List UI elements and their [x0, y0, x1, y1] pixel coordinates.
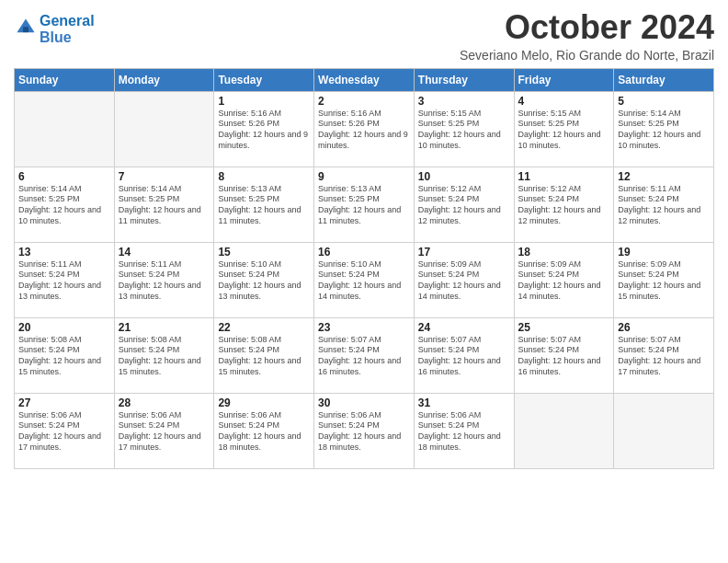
calendar-header-row: Sunday Monday Tuesday Wednesday Thursday… [15, 68, 714, 91]
logo-line2: Blue [40, 29, 95, 46]
day-number: 27 [18, 396, 110, 409]
day-info: Sunrise: 5:06 AM Sunset: 5:24 PM Dayligh… [218, 410, 310, 454]
day-number: 8 [218, 170, 310, 183]
day-number: 26 [618, 321, 710, 334]
table-row: 29Sunrise: 5:06 AM Sunset: 5:24 PM Dayli… [214, 393, 314, 468]
day-number: 29 [218, 396, 310, 409]
table-row: 10Sunrise: 5:12 AM Sunset: 5:24 PM Dayli… [414, 167, 514, 242]
table-row: 12Sunrise: 5:11 AM Sunset: 5:24 PM Dayli… [614, 167, 714, 242]
table-row: 23Sunrise: 5:07 AM Sunset: 5:24 PM Dayli… [314, 317, 415, 393]
table-row: 26Sunrise: 5:07 AM Sunset: 5:24 PM Dayli… [614, 317, 714, 393]
day-info: Sunrise: 5:16 AM Sunset: 5:26 PM Dayligh… [318, 109, 410, 152]
table-row [114, 91, 214, 167]
col-saturday: Saturday [614, 68, 714, 91]
day-info: Sunrise: 5:14 AM Sunset: 5:25 PM Dayligh… [119, 184, 210, 227]
table-row: 7Sunrise: 5:14 AM Sunset: 5:25 PM Daylig… [114, 167, 214, 242]
col-thursday: Thursday [414, 68, 514, 91]
day-info: Sunrise: 5:08 AM Sunset: 5:24 PM Dayligh… [119, 335, 210, 378]
table-row: 9Sunrise: 5:13 AM Sunset: 5:25 PM Daylig… [314, 167, 415, 242]
day-info: Sunrise: 5:12 AM Sunset: 5:24 PM Dayligh… [418, 184, 510, 227]
svg-rect-1 [23, 27, 28, 32]
table-row [514, 393, 614, 468]
day-number: 5 [618, 95, 710, 108]
col-sunday: Sunday [15, 68, 115, 91]
table-row: 4Sunrise: 5:15 AM Sunset: 5:25 PM Daylig… [514, 91, 614, 167]
col-monday: Monday [114, 68, 214, 91]
day-info: Sunrise: 5:09 AM Sunset: 5:24 PM Dayligh… [518, 259, 610, 303]
day-info: Sunrise: 5:16 AM Sunset: 5:26 PM Dayligh… [218, 109, 310, 152]
table-row: 11Sunrise: 5:12 AM Sunset: 5:24 PM Dayli… [514, 167, 614, 242]
day-number: 16 [318, 246, 410, 259]
day-info: Sunrise: 5:14 AM Sunset: 5:25 PM Dayligh… [18, 184, 110, 227]
day-info: Sunrise: 5:09 AM Sunset: 5:24 PM Dayligh… [418, 259, 510, 303]
day-info: Sunrise: 5:13 AM Sunset: 5:25 PM Dayligh… [318, 184, 410, 227]
day-number: 4 [518, 95, 610, 108]
table-row: 25Sunrise: 5:07 AM Sunset: 5:24 PM Dayli… [514, 317, 614, 393]
day-info: Sunrise: 5:06 AM Sunset: 5:24 PM Dayligh… [119, 410, 210, 454]
day-info: Sunrise: 5:08 AM Sunset: 5:24 PM Dayligh… [218, 335, 310, 378]
day-number: 22 [218, 321, 310, 334]
day-info: Sunrise: 5:14 AM Sunset: 5:25 PM Dayligh… [618, 109, 710, 152]
day-number: 19 [618, 246, 710, 259]
table-row: 20Sunrise: 5:08 AM Sunset: 5:24 PM Dayli… [15, 317, 115, 393]
day-info: Sunrise: 5:10 AM Sunset: 5:24 PM Dayligh… [218, 259, 310, 303]
table-row: 2Sunrise: 5:16 AM Sunset: 5:26 PM Daylig… [314, 91, 415, 167]
header: General Blue October 2024 Severiano Melo… [14, 9, 714, 63]
day-number: 18 [518, 246, 610, 259]
table-row: 18Sunrise: 5:09 AM Sunset: 5:24 PM Dayli… [514, 242, 614, 317]
day-info: Sunrise: 5:06 AM Sunset: 5:24 PM Dayligh… [418, 410, 510, 454]
day-number: 12 [618, 170, 710, 183]
calendar: Sunday Monday Tuesday Wednesday Thursday… [14, 68, 714, 469]
day-number: 7 [119, 170, 210, 183]
day-number: 3 [418, 95, 510, 108]
day-info: Sunrise: 5:11 AM Sunset: 5:24 PM Dayligh… [119, 259, 210, 303]
table-row: 24Sunrise: 5:07 AM Sunset: 5:24 PM Dayli… [414, 317, 514, 393]
day-info: Sunrise: 5:06 AM Sunset: 5:24 PM Dayligh… [18, 410, 110, 454]
day-number: 20 [18, 321, 110, 334]
day-info: Sunrise: 5:15 AM Sunset: 5:25 PM Dayligh… [418, 109, 510, 152]
table-row: 14Sunrise: 5:11 AM Sunset: 5:24 PM Dayli… [114, 242, 214, 317]
col-friday: Friday [514, 68, 614, 91]
table-row: 30Sunrise: 5:06 AM Sunset: 5:24 PM Dayli… [314, 393, 415, 468]
day-info: Sunrise: 5:07 AM Sunset: 5:24 PM Dayligh… [418, 335, 510, 378]
table-row: 3Sunrise: 5:15 AM Sunset: 5:25 PM Daylig… [414, 91, 514, 167]
calendar-week-3: 13Sunrise: 5:11 AM Sunset: 5:24 PM Dayli… [15, 242, 714, 317]
day-info: Sunrise: 5:07 AM Sunset: 5:24 PM Dayligh… [518, 335, 610, 378]
day-info: Sunrise: 5:09 AM Sunset: 5:24 PM Dayligh… [618, 259, 710, 303]
table-row: 22Sunrise: 5:08 AM Sunset: 5:24 PM Dayli… [214, 317, 314, 393]
table-row: 19Sunrise: 5:09 AM Sunset: 5:24 PM Dayli… [614, 242, 714, 317]
day-number: 9 [318, 170, 410, 183]
day-number: 28 [119, 396, 210, 409]
table-row: 27Sunrise: 5:06 AM Sunset: 5:24 PM Dayli… [15, 393, 115, 468]
day-number: 15 [218, 246, 310, 259]
table-row: 17Sunrise: 5:09 AM Sunset: 5:24 PM Dayli… [414, 242, 514, 317]
col-tuesday: Tuesday [214, 68, 314, 91]
table-row: 13Sunrise: 5:11 AM Sunset: 5:24 PM Dayli… [15, 242, 115, 317]
day-number: 13 [18, 246, 110, 259]
logo-icon [16, 17, 36, 38]
col-wednesday: Wednesday [314, 68, 415, 91]
day-number: 23 [318, 321, 410, 334]
table-row: 1Sunrise: 5:16 AM Sunset: 5:26 PM Daylig… [214, 91, 314, 167]
day-number: 21 [119, 321, 210, 334]
day-number: 2 [318, 95, 410, 108]
day-number: 17 [418, 246, 510, 259]
calendar-week-4: 20Sunrise: 5:08 AM Sunset: 5:24 PM Dayli… [15, 317, 714, 393]
calendar-week-5: 27Sunrise: 5:06 AM Sunset: 5:24 PM Dayli… [15, 393, 714, 468]
month-title: October 2024 [460, 9, 714, 46]
day-number: 11 [518, 170, 610, 183]
table-row: 5Sunrise: 5:14 AM Sunset: 5:25 PM Daylig… [614, 91, 714, 167]
day-info: Sunrise: 5:07 AM Sunset: 5:24 PM Dayligh… [318, 335, 410, 378]
calendar-week-2: 6Sunrise: 5:14 AM Sunset: 5:25 PM Daylig… [15, 167, 714, 242]
day-number: 6 [18, 170, 110, 183]
day-info: Sunrise: 5:08 AM Sunset: 5:24 PM Dayligh… [18, 335, 110, 378]
logo-line1: General [40, 13, 95, 29]
day-number: 14 [119, 246, 210, 259]
day-info: Sunrise: 5:10 AM Sunset: 5:24 PM Dayligh… [318, 259, 410, 303]
page-container: General Blue October 2024 Severiano Melo… [0, 0, 728, 474]
title-block: October 2024 Severiano Melo, Rio Grande … [460, 9, 714, 63]
day-info: Sunrise: 5:11 AM Sunset: 5:24 PM Dayligh… [18, 259, 110, 303]
day-info: Sunrise: 5:13 AM Sunset: 5:25 PM Dayligh… [218, 184, 310, 227]
table-row [614, 393, 714, 468]
day-info: Sunrise: 5:06 AM Sunset: 5:24 PM Dayligh… [318, 410, 410, 454]
